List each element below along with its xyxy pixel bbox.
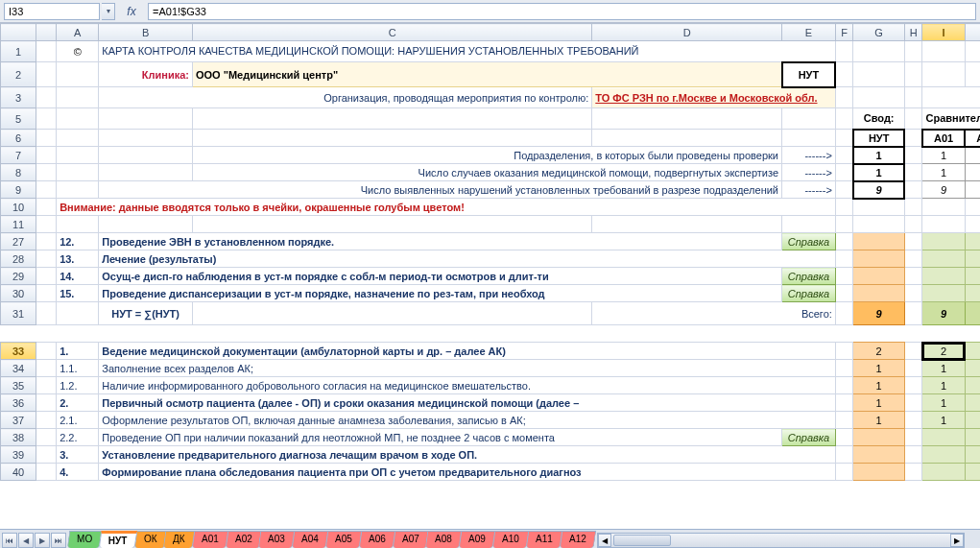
row-39[interactable]: 39	[1, 446, 36, 464]
col-G[interactable]: G	[853, 24, 904, 41]
sheet-tab-НУТ[interactable]: НУТ	[99, 531, 137, 548]
tab-next-icon[interactable]: ▶	[35, 533, 50, 548]
r40-num: 4.	[57, 464, 99, 481]
sheet-tab-А10[interactable]: А10	[492, 531, 529, 548]
metric-8-sum: 1	[853, 164, 904, 181]
sheet-tab-А05[interactable]: А05	[325, 531, 362, 548]
r37-txt: Оформление результатов ОП, включая данны…	[99, 412, 836, 429]
selected-cell-i33[interactable]: 2	[922, 343, 965, 360]
r36-g[interactable]: 1	[853, 394, 904, 412]
row-29[interactable]: 29	[1, 268, 36, 285]
row-28[interactable]: 28	[1, 250, 36, 268]
tab-first-icon[interactable]: ⏮	[2, 533, 17, 548]
row-38[interactable]: 38	[1, 429, 36, 446]
row-34[interactable]: 34	[1, 360, 36, 377]
r33-g[interactable]: 2	[853, 343, 904, 360]
sheet-tab-А09[interactable]: А09	[459, 531, 495, 548]
sheet-tab-А02[interactable]: А02	[225, 531, 261, 548]
sheet-tab-ОК[interactable]: ОК	[133, 531, 166, 548]
svod-label: Свод:	[853, 108, 904, 130]
r38-txt: Проведение ОП при наличии показаний для …	[99, 429, 782, 446]
section-14-num: 14.	[57, 268, 99, 285]
name-box[interactable]: I33	[4, 3, 100, 20]
row-3[interactable]: 3	[1, 87, 36, 108]
row-8[interactable]: 8	[1, 164, 36, 181]
name-box-dropdown[interactable]: ▾	[102, 3, 115, 20]
sheet-tab-А08[interactable]: А08	[425, 531, 462, 548]
col-C[interactable]: C	[192, 24, 591, 41]
spreadsheet-grid[interactable]: A B C D E F G H I J K L M N 1 © КАРТА КО…	[0, 23, 980, 529]
row-36[interactable]: 36	[1, 394, 36, 412]
r36-txt: Первичный осмотр пациента (далее - ОП) и…	[99, 394, 836, 412]
nut-box: НУТ	[782, 62, 836, 87]
row-9[interactable]: 9	[1, 181, 36, 199]
row-11[interactable]: 11	[1, 216, 36, 233]
col-D[interactable]: D	[592, 24, 782, 41]
scrollbar-thumb[interactable]	[613, 535, 671, 546]
sheet-tab-А11[interactable]: А11	[526, 531, 562, 548]
sheet-tab-А07[interactable]: А07	[392, 531, 428, 548]
scroll-right-icon[interactable]: ▶	[950, 534, 964, 547]
sheet-tab-МО[interactable]: МО	[67, 531, 103, 548]
col-H[interactable]: H	[904, 24, 922, 41]
col-a01-hdr: A01	[922, 130, 965, 147]
help-button[interactable]: Справка	[782, 233, 836, 250]
r34-g[interactable]: 1	[853, 360, 904, 377]
section-13-txt: Лечение (результаты)	[99, 250, 836, 268]
row-7[interactable]: 7	[1, 147, 36, 164]
tab-prev-icon[interactable]: ◀	[18, 533, 34, 548]
warning-text: Внимание: данные вводятся только в ячейк…	[57, 199, 836, 216]
col-E[interactable]: E	[782, 24, 836, 41]
row-40[interactable]: 40	[1, 464, 36, 481]
sheet-tab-А04[interactable]: А04	[292, 531, 328, 548]
metric-7-label: Подразделения, в которых были проведены …	[192, 147, 781, 164]
sheet-tab-А03[interactable]: А03	[258, 531, 295, 548]
horizontal-scrollbar[interactable]: ◀ ▶	[597, 533, 965, 548]
sheet-tab-А06[interactable]: А06	[359, 531, 395, 548]
help-button[interactable]: Справка	[782, 285, 836, 302]
row-2[interactable]: 2	[1, 62, 36, 87]
row-35[interactable]: 35	[1, 377, 36, 394]
col-a02-hdr: A02	[965, 130, 980, 147]
tab-last-icon[interactable]: ⏭	[51, 533, 66, 548]
help-button[interactable]: Справка	[782, 268, 836, 285]
select-all-corner[interactable]	[1, 24, 36, 41]
col-J[interactable]: J	[965, 24, 980, 41]
total-sum: 9	[853, 302, 904, 325]
sheet-tab-ДК[interactable]: ДК	[163, 531, 195, 548]
col-B[interactable]: B	[99, 24, 193, 41]
sheet-tab-А01[interactable]: А01	[192, 531, 228, 548]
sheet-tabs-bar: ⏮ ◀ ▶ ⏭ МОНУТОКДКА01А02А03А04А05А06А07А0…	[0, 529, 980, 548]
nut-formula-label: НУТ = ∑(НУТ)	[99, 302, 193, 325]
col-F[interactable]: F	[835, 24, 853, 41]
card-title: КАРТА КОНТРОЛЯ КАЧЕСТВА МЕДИЦИНСКОЙ ПОМО…	[99, 41, 836, 62]
clinic-value[interactable]: ООО "Медицинский центр"	[192, 62, 781, 87]
row-5[interactable]: 5	[1, 108, 36, 130]
r35-g[interactable]: 1	[853, 377, 904, 394]
total-label: Всего:	[592, 302, 836, 325]
formula-input[interactable]: =A01!$G33	[148, 3, 976, 20]
r37-num: 2.1.	[57, 412, 99, 429]
row-6[interactable]: 6	[1, 130, 36, 147]
fx-button[interactable]: fx	[121, 3, 142, 20]
section-13-num: 13.	[57, 250, 99, 268]
scroll-left-icon[interactable]: ◀	[598, 534, 611, 547]
row-27[interactable]: 27	[1, 233, 36, 250]
row-30[interactable]: 30	[1, 285, 36, 302]
row-1[interactable]: 1	[1, 41, 36, 62]
r33-txt: Ведение медицинской документации (амбула…	[99, 343, 836, 360]
org-value[interactable]: ТО ФС РЗН по г.Москве и Московской обл.	[592, 87, 836, 108]
tab-nav-buttons: ⏮ ◀ ▶ ⏭	[0, 533, 68, 548]
col-I[interactable]: I	[922, 24, 965, 41]
row-33[interactable]: 33	[1, 343, 36, 360]
row-37[interactable]: 37	[1, 412, 36, 429]
col-A[interactable]: A	[57, 24, 99, 41]
row-31[interactable]: 31	[1, 302, 36, 325]
help-button[interactable]: Справка	[782, 429, 836, 446]
r37-g[interactable]: 1	[853, 412, 904, 429]
sheet-tab-А12[interactable]: А12	[559, 531, 595, 548]
row-10[interactable]: 10	[1, 199, 36, 216]
r39-num: 3.	[57, 446, 99, 464]
section-15-txt: Проведение диспансеризации в уст-м поряд…	[99, 285, 782, 302]
r36-num: 2.	[57, 394, 99, 412]
